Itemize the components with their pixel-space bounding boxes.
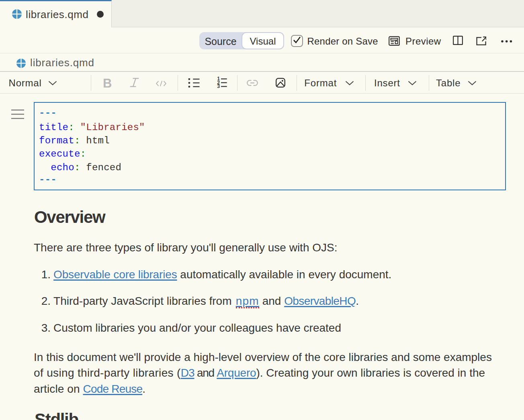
svg-text:3: 3 (217, 84, 220, 89)
